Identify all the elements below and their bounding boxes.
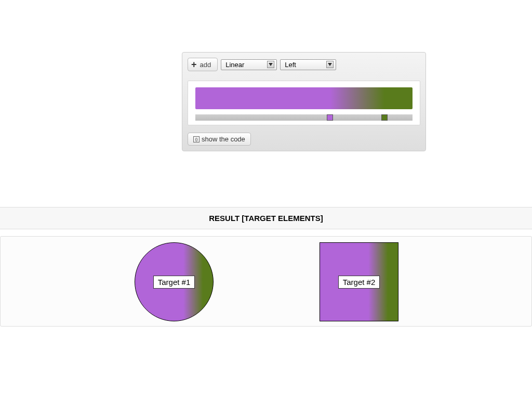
show-code-label: show the code	[202, 135, 245, 143]
result-header-label: RESULT [TARGET ELEMENTS]	[209, 214, 323, 223]
chevron-down-icon	[326, 61, 334, 68]
gradient-stop[interactable]	[327, 114, 333, 121]
chevron-down-icon	[267, 61, 274, 68]
target-element-1: Target #1	[135, 242, 214, 321]
result-header: RESULT [TARGET ELEMENTS]	[0, 207, 532, 229]
gradient-stops-track[interactable]	[195, 114, 413, 121]
gradient-type-value: Linear	[225, 61, 244, 69]
toolbar: + add Linear Left	[188, 58, 420, 71]
gradient-panel: + add Linear Left {} show the code	[182, 52, 426, 151]
plus-icon: +	[191, 60, 197, 69]
svg-marker-0	[269, 63, 273, 66]
result-body: Target #1 Target #2	[0, 236, 532, 327]
target-label: Target #1	[153, 276, 195, 289]
gradient-type-select[interactable]: Linear	[221, 59, 277, 70]
gradient-stop[interactable]	[381, 114, 388, 121]
target-element-2: Target #2	[320, 242, 398, 321]
gradient-direction-select[interactable]: Left	[280, 59, 336, 70]
target-label: Target #2	[338, 276, 380, 289]
gradient-direction-value: Left	[285, 61, 296, 69]
gradient-preview	[195, 87, 413, 109]
add-button[interactable]: + add	[188, 58, 218, 71]
code-icon: {}	[193, 136, 200, 142]
add-button-label: add	[200, 61, 211, 69]
gradient-editor	[188, 81, 420, 125]
svg-marker-1	[328, 63, 332, 66]
show-code-button[interactable]: {} show the code	[188, 133, 251, 146]
